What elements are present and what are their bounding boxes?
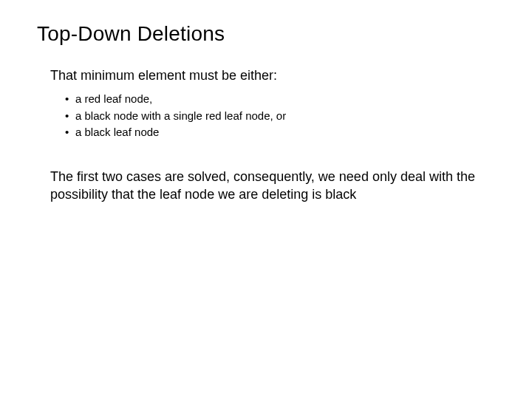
body-paragraph: The first two cases are solved, conseque… [50, 168, 494, 204]
list-item: a black leaf node [75, 124, 495, 141]
bullet-list: a red leaf node, a black node with a sin… [59, 91, 495, 141]
list-item: a red leaf node, [75, 91, 495, 108]
slide: Top-Down Deletions That minimum element … [0, 0, 532, 399]
list-item: a black node with a single red leaf node… [75, 108, 495, 125]
slide-title: Top-Down Deletions [37, 22, 495, 46]
lead-text: That minimum element must be either: [50, 68, 495, 83]
